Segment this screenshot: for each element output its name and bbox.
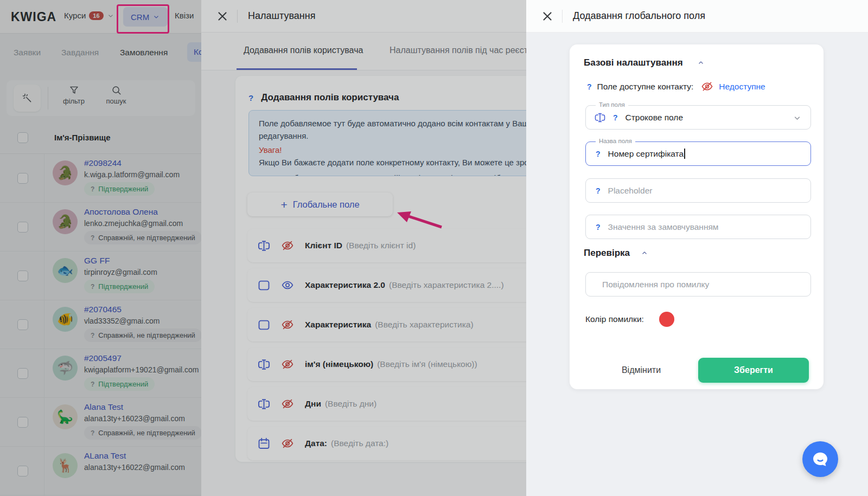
dialog-card: Базові налаштування ? Поле доступне конт… <box>570 44 824 389</box>
dialog-header: Додавання глобального поля <box>526 0 868 33</box>
field-type-select[interactable]: Тип поля ? Строкове поле <box>585 105 811 130</box>
error-color-row: Колір помилки: <box>585 311 674 327</box>
field-availability-row: ? Поле доступне контакту: Недоступне <box>587 80 765 93</box>
field-type-label: Тип поля <box>596 101 628 108</box>
help-question-icon[interactable]: ? <box>596 186 601 195</box>
field-name-label: Назва поля <box>596 138 635 144</box>
validation-section-header[interactable]: Перевірка <box>584 248 648 259</box>
availability-toggle-link[interactable]: Недоступне <box>719 82 765 92</box>
chevron-up-icon <box>641 249 648 257</box>
field-type-value: Строкове поле <box>626 113 683 123</box>
chat-bubble-icon <box>810 449 831 469</box>
close-icon[interactable] <box>540 9 554 23</box>
chevron-up-icon <box>697 59 705 67</box>
app-root: KWIGA Курси 16 CRM Квізи Заявки Завдання… <box>0 0 868 496</box>
help-question-icon[interactable]: ? <box>587 82 592 91</box>
chevron-down-icon <box>793 113 802 123</box>
eye-off-icon <box>701 80 713 93</box>
placeholder-text: Placeholder <box>608 186 653 196</box>
default-value-input[interactable]: ? Значення за замовчуванням <box>585 215 811 239</box>
error-color-swatch[interactable] <box>659 312 674 327</box>
placeholder-text: Повідомлення про помилку <box>602 280 709 289</box>
chat-widget-button[interactable] <box>802 441 838 477</box>
placeholder-text: Значення за замовчуванням <box>608 222 719 232</box>
text-field-type-icon <box>593 111 607 124</box>
cancel-button[interactable]: Відмінити <box>603 358 679 383</box>
field-name-input[interactable]: Назва поля ? Номер сертифіката <box>585 141 811 166</box>
help-question-icon[interactable]: ? <box>596 150 601 158</box>
header-divider <box>562 10 563 23</box>
error-color-label: Колір помилки: <box>585 314 644 324</box>
help-question-icon[interactable]: ? <box>613 113 618 122</box>
placeholder-input[interactable]: ? Placeholder <box>585 178 811 203</box>
help-question-icon[interactable]: ? <box>596 223 601 231</box>
global-field-dialog: Додавання глобального поля Базові налашт… <box>526 0 868 496</box>
availability-label: Поле доступне контакту: <box>597 82 694 92</box>
dialog-title: Додавання глобального поля <box>573 10 705 22</box>
save-button[interactable]: Зберегти <box>698 358 809 383</box>
error-message-input[interactable]: Повідомлення про помилку <box>585 272 811 297</box>
text-cursor <box>684 149 685 159</box>
basic-settings-section-header[interactable]: Базові налаштування <box>584 57 705 68</box>
field-name-value: Номер сертифіката <box>608 149 684 159</box>
